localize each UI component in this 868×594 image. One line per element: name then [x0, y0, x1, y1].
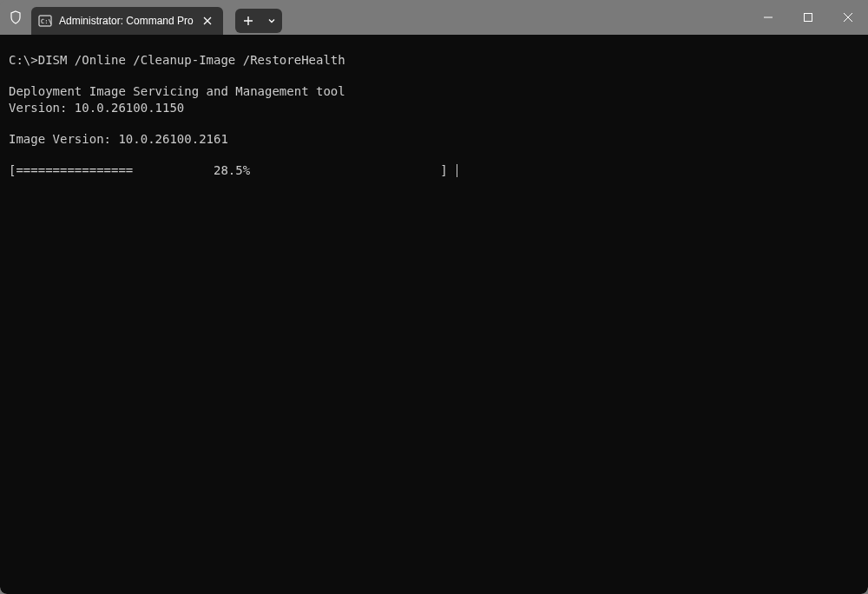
terminal-content[interactable]: C:\>DISM /Online /Cleanup-Image /Restore…: [0, 35, 868, 594]
cmd-icon: C:\: [38, 14, 52, 28]
maximize-button[interactable]: [788, 0, 828, 35]
svg-text:C:\: C:\: [41, 18, 52, 25]
cursor: [457, 164, 457, 177]
output-line: Version: 10.0.26100.1150: [9, 101, 184, 115]
new-tab-group: [235, 9, 282, 33]
close-button[interactable]: [828, 0, 868, 35]
output-line: Deployment Image Servicing and Managemen…: [9, 84, 345, 98]
new-tab-dropdown[interactable]: [261, 9, 282, 33]
prompt: C:\>: [9, 53, 38, 67]
window-controls: [748, 0, 868, 35]
command: DISM /Online /Cleanup-Image /RestoreHeal…: [38, 53, 345, 67]
terminal-window: C:\ Administrator: Command Pro: [0, 0, 868, 594]
titlebar-left: C:\ Administrator: Command Pro: [0, 0, 282, 35]
new-tab-button[interactable]: [235, 9, 261, 33]
output-line: Image Version: 10.0.26100.2161: [9, 132, 228, 146]
svg-rect-7: [805, 14, 812, 22]
app-shield-icon: [7, 9, 24, 26]
titlebar: C:\ Administrator: Command Pro: [0, 0, 868, 35]
terminal-output: C:\>DISM /Online /Cleanup-Image /Restore…: [9, 52, 859, 179]
tab-active[interactable]: C:\ Administrator: Command Pro: [31, 7, 223, 35]
progress-bar: [================ 28.5% ]: [9, 163, 455, 177]
tab-title: Administrator: Command Pro: [59, 15, 194, 27]
tab-close-button[interactable]: [201, 14, 214, 28]
minimize-button[interactable]: [748, 0, 788, 35]
